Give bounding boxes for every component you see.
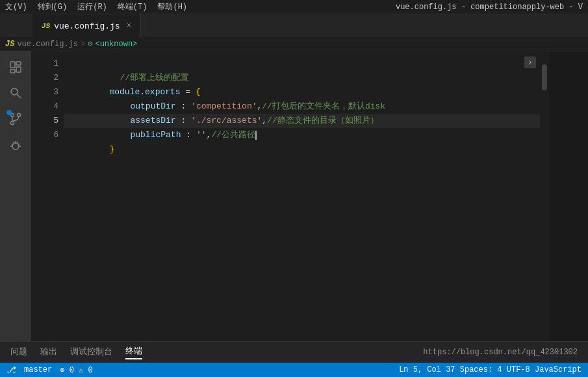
- window-title: vue.config.js - competitionapply-web - V: [396, 3, 583, 12]
- svg-rect-0: [10, 62, 15, 68]
- scroll-thumb: [542, 64, 547, 90]
- panel-bar: 问题 输出 调试控制台 终端 https://blog.csdn.net/qq_…: [0, 341, 588, 363]
- line-number-6: 6: [31, 128, 58, 142]
- tab-close-button[interactable]: ×: [127, 21, 131, 31]
- svg-point-7: [18, 114, 21, 117]
- editor-scrollbar[interactable]: [540, 51, 549, 341]
- menu-bar: 文(V) 转到(G) 运行(R) 终端(T) 帮助(H) vue.config.…: [0, 0, 588, 14]
- status-branch-icon: ⎇: [6, 365, 16, 375]
- minimap: [549, 51, 588, 341]
- line-number-4: 4: [31, 99, 58, 114]
- activity-search-icon[interactable]: [5, 83, 26, 103]
- activity-git-icon[interactable]: [5, 109, 26, 129]
- panel-tab-terminal[interactable]: 终端: [125, 345, 142, 359]
- svg-line-5: [17, 94, 21, 98]
- breadcrumb-separator: >: [81, 40, 85, 49]
- line-numbers: 1 2 3 4 5 6: [31, 51, 64, 341]
- line-number-5: 5: [31, 114, 58, 128]
- collapse-arrow-button[interactable]: ›: [524, 57, 536, 68]
- svg-point-4: [11, 88, 18, 95]
- menu-item-terminal[interactable]: 终端(T): [118, 1, 147, 12]
- menu-item-goto[interactable]: 转到(G): [38, 1, 68, 12]
- activity-explorer-icon[interactable]: [5, 57, 26, 77]
- tab-bar: JS vue.config.js ×: [0, 14, 588, 37]
- svg-point-9: [12, 143, 19, 150]
- tab-filename: vue.config.js: [54, 21, 120, 31]
- menu-item-help[interactable]: 帮助(H): [157, 1, 187, 12]
- editor-gutter-area: 1 2 3 4 5 6 //部署上线的配置 module.exports = {…: [31, 51, 588, 341]
- line-number-1: 1: [31, 57, 58, 71]
- status-bar: ⎇ master ⊗ 0 ⚠ 0 Ln 5, Col 37 Spaces: 4 …: [0, 363, 588, 377]
- panel-status-link[interactable]: https://blog.csdn.net/qq_42301302: [423, 348, 578, 357]
- code-comment-1: //部署上线的配置: [120, 73, 189, 83]
- breadcrumb-ref-label: <unknown>: [95, 40, 137, 49]
- breadcrumb-ref-icon: ⊙: [88, 39, 92, 49]
- status-right-info: Ln 5, Col 37 Spaces: 4 UTF-8 JavaScript: [399, 365, 582, 374]
- js-file-icon: JS: [42, 22, 50, 30]
- breadcrumb-filename: vue.config.js: [17, 40, 78, 49]
- panel-tab-debug-console[interactable]: 调试控制台: [70, 346, 112, 359]
- svg-point-8: [11, 122, 14, 125]
- code-area[interactable]: //部署上线的配置 module.exports = { outputDir :…: [64, 51, 540, 341]
- activity-debug-icon[interactable]: [5, 135, 26, 155]
- activity-bar: U: [0, 51, 31, 341]
- breadcrumb-js-icon: JS: [5, 40, 14, 49]
- svg-rect-1: [16, 62, 21, 65]
- code-line-1: //部署上线的配置: [64, 57, 540, 71]
- line-number-3: 3: [31, 85, 58, 99]
- svg-rect-2: [16, 67, 21, 72]
- svg-rect-3: [10, 70, 15, 73]
- status-errors: ⊗ 0 ⚠ 0: [60, 365, 92, 375]
- panel-tab-problems[interactable]: 问题: [10, 346, 27, 359]
- tab-vue-config[interactable]: JS vue.config.js ×: [32, 14, 141, 37]
- menu-item-file[interactable]: 文(V): [5, 1, 27, 12]
- status-branch-name: master: [24, 365, 52, 374]
- breadcrumb-bar: JS vue.config.js > ⊙ <unknown>: [0, 37, 588, 51]
- panel-tab-output[interactable]: 输出: [40, 346, 57, 359]
- editor-container: U 1 2 3 4 5 6 //部署上线的配置 module.exports =…: [0, 51, 588, 341]
- line-number-2: 2: [31, 71, 58, 85]
- menu-item-run[interactable]: 运行(R): [77, 1, 107, 12]
